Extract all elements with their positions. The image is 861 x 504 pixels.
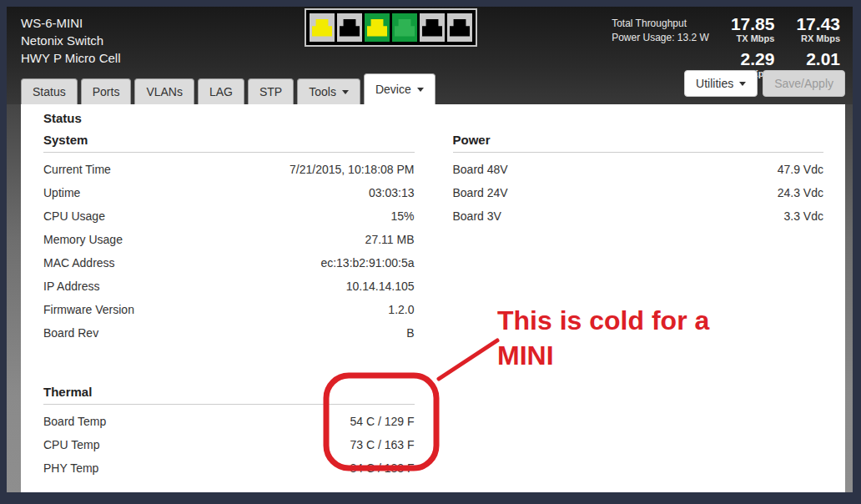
status-row: Board 3V3.3 Vdc bbox=[453, 204, 824, 228]
row-value: 3.3 Vdc bbox=[784, 209, 823, 223]
row-value: 15% bbox=[390, 209, 414, 223]
tx-mbps-value: 17.85 bbox=[731, 15, 775, 33]
tab-tools[interactable]: Tools bbox=[297, 78, 360, 104]
caret-down-icon bbox=[739, 82, 746, 86]
status-row: MAC Addressec:13:b2:91:00:5a bbox=[43, 251, 415, 275]
status-row: Board 48V47.9 Vdc bbox=[453, 158, 824, 181]
rx-mbps-unit: RX Mbps bbox=[796, 33, 840, 44]
row-value: 10.14.14.105 bbox=[346, 280, 415, 293]
row-value: 73 C / 163 F bbox=[350, 438, 414, 451]
row-label: Board 3V bbox=[453, 209, 501, 223]
device-product: Netonix Switch bbox=[21, 32, 120, 49]
device-hostname: HWY P Micro Cell bbox=[21, 49, 120, 67]
tab-vlans[interactable]: VLANs bbox=[134, 78, 194, 104]
utilities-button-label: Utilities bbox=[696, 77, 733, 90]
status-row: PHY Temp84 C / 183 F bbox=[43, 456, 415, 480]
row-label: Current Time bbox=[43, 163, 111, 176]
section-divider bbox=[43, 404, 415, 405]
row-label: Board 24V bbox=[453, 186, 508, 199]
row-label: Memory Usage bbox=[43, 233, 123, 246]
row-value: ec:13:b2:91:00:5a bbox=[320, 256, 414, 270]
rx-kpps-value: 2.01 bbox=[796, 50, 840, 68]
port-2-status-icon bbox=[337, 13, 362, 42]
tab-label: Tools bbox=[309, 85, 336, 98]
status-row: IP Address10.14.14.105 bbox=[43, 275, 415, 298]
row-label: Board 48V bbox=[453, 163, 508, 176]
save-apply-button[interactable]: Save/Apply bbox=[763, 70, 845, 97]
tab-label: Status bbox=[33, 85, 66, 98]
tx-kpps-value: 2.29 bbox=[731, 50, 775, 68]
tab-ports[interactable]: Ports bbox=[81, 78, 132, 104]
page-title: Status bbox=[43, 111, 823, 126]
row-label: Firmware Version bbox=[43, 303, 134, 316]
port-6-status-icon bbox=[447, 13, 472, 42]
status-row: Board RevB bbox=[43, 321, 415, 345]
rj45-jack-icon bbox=[312, 19, 332, 37]
row-label: Uptime bbox=[43, 186, 80, 199]
rj45-jack-icon bbox=[367, 19, 387, 37]
row-label: CPU Temp bbox=[43, 438, 99, 451]
port-1-status-icon bbox=[310, 13, 335, 42]
rx-mbps-value: 17.43 bbox=[796, 15, 840, 33]
app-window: WS-6-MINI Netonix Switch HWY P Micro Cel… bbox=[0, 0, 861, 504]
port-3-status-icon bbox=[365, 13, 390, 42]
power-heading: Power bbox=[453, 133, 824, 148]
status-row: CPU Usage15% bbox=[43, 204, 415, 228]
power-rows: Board 48V47.9 VdcBoard 24V24.3 VdcBoard … bbox=[453, 158, 824, 228]
row-value: 84 C / 183 F bbox=[350, 461, 414, 475]
row-value: 47.9 Vdc bbox=[778, 163, 823, 176]
tab-stp[interactable]: STP bbox=[248, 78, 294, 104]
tab-lag[interactable]: LAG bbox=[198, 78, 244, 104]
caret-down-icon bbox=[342, 90, 349, 94]
row-value: 03:03:13 bbox=[369, 186, 415, 199]
device-info: WS-6-MINI Netonix Switch HWY P Micro Cel… bbox=[21, 14, 120, 67]
rj45-jack-icon bbox=[450, 19, 470, 37]
row-label: CPU Usage bbox=[43, 209, 105, 223]
status-row: Firmware Version1.2.0 bbox=[43, 298, 415, 321]
thermal-rows: Board Temp54 C / 129 FCPU Temp73 C / 163… bbox=[43, 410, 415, 480]
row-label: MAC Address bbox=[43, 256, 115, 270]
tab-label: STP bbox=[259, 85, 282, 98]
system-heading: System bbox=[43, 133, 415, 148]
row-value: 27.11 MB bbox=[365, 233, 415, 246]
power-usage-label: Power Usage: 13.2 W bbox=[612, 31, 709, 45]
system-rows: Current Time7/21/2015, 10:18:08 PMUptime… bbox=[43, 158, 415, 345]
row-label: IP Address bbox=[43, 280, 99, 293]
device-model: WS-6-MINI bbox=[21, 14, 120, 32]
header-bar: WS-6-MINI Netonix Switch HWY P Micro Cel… bbox=[7, 7, 853, 104]
utilities-button[interactable]: Utilities bbox=[684, 70, 758, 97]
caret-down-icon bbox=[417, 88, 424, 92]
row-value: B bbox=[406, 326, 414, 340]
tx-mbps-unit: TX Mbps bbox=[731, 33, 775, 44]
row-label: Board Temp bbox=[43, 415, 106, 428]
tab-label: Device bbox=[375, 83, 411, 96]
row-value: 7/21/2015, 10:18:08 PM bbox=[290, 163, 414, 176]
system-section: System Current Time7/21/2015, 10:18:08 P… bbox=[43, 133, 415, 345]
total-throughput-label: Total Throughput bbox=[612, 17, 709, 31]
power-section: Power Board 48V47.9 VdcBoard 24V24.3 Vdc… bbox=[453, 133, 824, 228]
status-row: Memory Usage27.11 MB bbox=[43, 228, 415, 251]
row-label: Board Rev bbox=[43, 326, 98, 340]
tab-device[interactable]: Device bbox=[364, 73, 436, 104]
row-value: 1.2.0 bbox=[388, 303, 414, 316]
row-label: PHY Temp bbox=[43, 461, 98, 475]
port-4-status-icon bbox=[392, 13, 417, 42]
thermal-heading: Thermal bbox=[43, 385, 415, 400]
status-row: Board 24V24.3 Vdc bbox=[453, 181, 824, 204]
row-value: 54 C / 129 F bbox=[350, 415, 414, 428]
tab-label: Ports bbox=[93, 85, 120, 98]
page-background: Status System Current Time7/21/2015, 10:… bbox=[7, 104, 853, 492]
tab-label: LAG bbox=[209, 85, 233, 98]
rj45-jack-icon bbox=[340, 19, 360, 37]
section-divider bbox=[43, 152, 415, 153]
content-panel: Status System Current Time7/21/2015, 10:… bbox=[21, 104, 845, 492]
header-actions: Utilities Save/Apply bbox=[684, 70, 845, 97]
thermal-section: Thermal Board Temp54 C / 129 FCPU Temp73… bbox=[43, 385, 415, 480]
tab-status[interactable]: Status bbox=[21, 78, 78, 104]
section-divider bbox=[453, 152, 824, 153]
status-row: Uptime03:03:13 bbox=[43, 181, 415, 204]
tab-bar: StatusPortsVLANsLAGSTPToolsDevice bbox=[21, 73, 436, 104]
port-5-status-icon bbox=[420, 13, 445, 42]
status-row: CPU Temp73 C / 163 F bbox=[43, 433, 415, 456]
status-row: Board Temp54 C / 129 F bbox=[43, 410, 415, 433]
